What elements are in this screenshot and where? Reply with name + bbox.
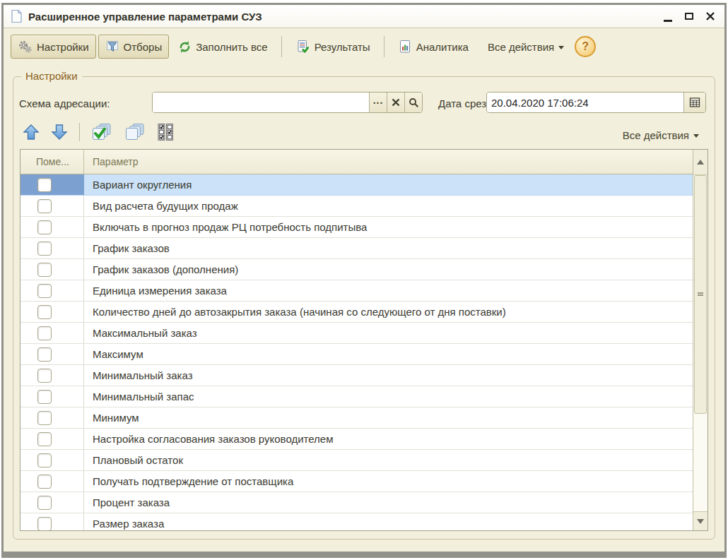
move-up-button[interactable] (20, 121, 42, 143)
mark-cell (20, 323, 84, 343)
filters-button[interactable]: Отборы (98, 35, 170, 59)
addressing-scheme-input[interactable] (153, 93, 369, 112)
analytics-button[interactable]: Аналитика (391, 35, 476, 59)
table-row[interactable]: Плановый остаток (20, 450, 693, 471)
row-checkbox[interactable] (37, 284, 52, 298)
list-toolbar-separator (79, 123, 80, 141)
row-checkbox[interactable] (37, 326, 52, 340)
mark-cell (20, 196, 84, 216)
thumb-grip (698, 292, 703, 294)
results-doc-check-icon (295, 40, 310, 54)
mark-cell (20, 238, 84, 258)
invert-marks-icon (157, 123, 174, 141)
minimize-button[interactable] (662, 11, 674, 22)
app-window: Расширенное управление параметрами СУЗ Н… (1, 3, 727, 558)
settings-button[interactable]: Настройки (11, 35, 96, 59)
mark-cell (20, 174, 84, 195)
scroll-down-button[interactable] (693, 511, 708, 530)
arrow-down-icon (50, 123, 69, 141)
table-row[interactable]: Размер заказа (20, 513, 693, 530)
row-checkbox[interactable] (37, 453, 52, 467)
move-down-button[interactable] (49, 121, 70, 143)
table-row[interactable]: Минимум (20, 407, 693, 429)
table-row[interactable]: Максимальный заказ (20, 323, 693, 344)
check-all-button[interactable] (89, 121, 115, 143)
document-icon (11, 9, 23, 23)
parameter-cell: Включать в прогноз продаж РЦ потребность… (84, 217, 693, 237)
parameter-cell: Минимальный запас (84, 386, 693, 407)
filters-button-label: Отборы (124, 41, 163, 53)
mark-cell (20, 407, 84, 428)
check-all-icon (90, 123, 114, 142)
toolbar-separator (384, 36, 384, 57)
row-checkbox[interactable] (37, 305, 52, 319)
scrollbar-thumb[interactable] (694, 175, 707, 414)
table-row[interactable]: Единица измерения заказа (20, 280, 693, 302)
parameter-cell: Настройка согласования заказов руководит… (84, 429, 693, 449)
row-checkbox[interactable] (37, 178, 52, 192)
mark-cell (20, 259, 84, 280)
help-button[interactable]: ? (575, 36, 596, 57)
row-checkbox[interactable] (37, 496, 52, 510)
fill-all-button-label: Заполнить все (196, 41, 267, 53)
table-row[interactable]: Вид расчета будущих продаж (20, 196, 693, 217)
mark-cell (20, 450, 84, 470)
table-row[interactable]: Количество дней до автозакрытия заказа (… (20, 302, 693, 323)
maximize-button[interactable] (683, 11, 695, 22)
row-checkbox[interactable] (37, 517, 52, 531)
row-checkbox[interactable] (37, 411, 52, 425)
close-button[interactable] (705, 11, 716, 22)
scroll-up-button[interactable] (693, 150, 708, 175)
row-checkbox[interactable] (37, 432, 52, 446)
uncheck-all-button[interactable] (122, 121, 148, 143)
fill-all-button[interactable]: Заполнить все (171, 35, 274, 59)
mark-cell (20, 386, 84, 407)
column-header-mark[interactable]: Поме... (20, 150, 84, 174)
row-checkbox[interactable] (37, 347, 52, 362)
funnel-icon (105, 40, 119, 54)
table-row[interactable]: Процент заказа (20, 492, 693, 513)
row-checkbox[interactable] (37, 390, 52, 404)
parameter-cell: График заказов (дополнения) (84, 259, 693, 280)
addressing-scheme-search-button[interactable] (404, 93, 422, 112)
table-row[interactable]: График заказов (20, 238, 693, 259)
all-actions-dropdown[interactable]: Все действия (483, 37, 568, 57)
list-all-actions-dropdown[interactable]: Все действия (618, 125, 703, 145)
magnifier-icon (409, 97, 419, 108)
mark-cell (20, 365, 84, 386)
list-all-actions-label: Все действия (623, 129, 689, 141)
table-row[interactable]: Минимальный заказ (20, 365, 693, 386)
results-button[interactable]: Результаты (288, 35, 377, 59)
row-checkbox[interactable] (37, 263, 52, 277)
row-checkbox[interactable] (37, 220, 52, 234)
scrollbar-track[interactable] (693, 414, 708, 511)
invert-marks-button[interactable] (155, 121, 175, 143)
scroll-down-icon (697, 519, 704, 524)
row-checkbox[interactable] (37, 199, 52, 213)
row-checkbox[interactable] (37, 475, 52, 489)
table-row[interactable]: Минимальный запас (20, 386, 693, 407)
chevron-down-icon (558, 46, 564, 49)
table-row[interactable]: График заказов (дополнения) (20, 259, 693, 280)
row-checkbox[interactable] (37, 369, 52, 383)
addressing-scheme-ellipsis-button[interactable]: ... (369, 93, 387, 112)
parameter-cell: Процент заказа (84, 492, 693, 513)
table-row[interactable]: Максимум (20, 344, 693, 365)
parameter-cell: Размер заказа (84, 513, 693, 530)
parameter-cell: Минимум (84, 407, 693, 428)
scroll-up-icon (697, 160, 704, 165)
slice-date-calendar-button[interactable] (683, 93, 705, 112)
refresh-icon (178, 40, 192, 54)
table-row[interactable]: Включать в прогноз продаж РЦ потребность… (20, 217, 693, 238)
addressing-scheme-clear-button[interactable] (387, 93, 404, 112)
slice-date-input[interactable]: 20.04.2020 17:06:24 (487, 93, 683, 112)
window-title: Расширенное управление параметрами СУЗ (28, 11, 662, 23)
mark-cell (20, 302, 84, 322)
table-row[interactable]: Вариант округления (20, 174, 693, 196)
table-row[interactable]: Получать подтверждение от поставщика (20, 471, 693, 492)
chart-doc-icon (398, 40, 412, 54)
row-checkbox[interactable] (37, 242, 52, 256)
table-row[interactable]: Настройка согласования заказов руководит… (20, 429, 693, 450)
help-label: ? (582, 40, 589, 53)
column-header-parameter[interactable]: Параметр (84, 150, 693, 174)
